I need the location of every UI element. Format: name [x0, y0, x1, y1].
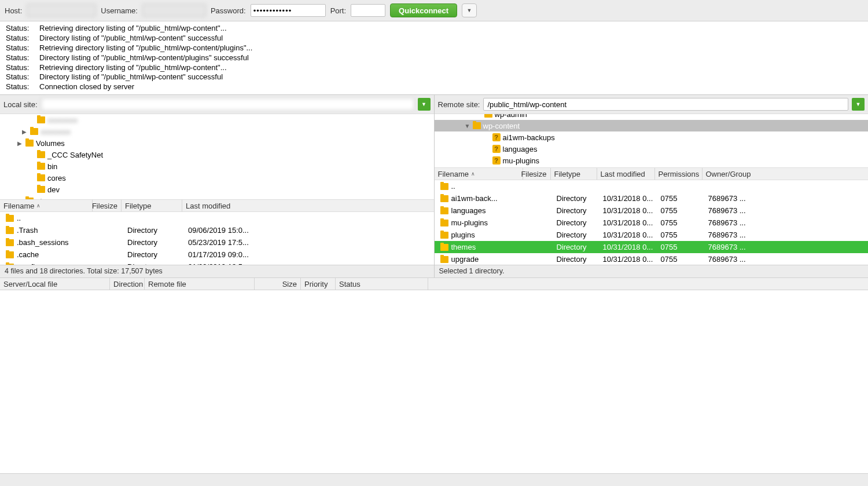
chevron-down-icon: ▼ [421, 101, 426, 107]
remote-tree[interactable]: wp-admin▼wp-content?ai1wm-backups?langua… [435, 114, 869, 167]
list-item[interactable]: pluginsDirectory10/31/2018 0...075576896… [435, 229, 869, 241]
local-site-dropdown[interactable]: ▼ [418, 98, 431, 111]
quickconnect-button[interactable]: Quickconnect [390, 3, 457, 17]
hdr-filetype[interactable]: Filetype [551, 168, 597, 180]
hdr-filesize[interactable]: Filesize [93, 200, 122, 211]
folder-icon [37, 186, 45, 193]
filename: mu-plugins [451, 218, 488, 227]
transfer-queue[interactable] [0, 290, 868, 473]
permissions: 0755 [657, 218, 705, 227]
tree-item[interactable]: bin [0, 160, 434, 172]
host-input[interactable] [27, 4, 96, 17]
tree-label: xxxxxxxx [41, 127, 71, 136]
tree-item[interactable]: ?languages [435, 143, 869, 155]
permissions: 0755 [657, 206, 705, 215]
remote-site-dropdown[interactable]: ▼ [852, 98, 865, 111]
list-item[interactable]: .. [0, 212, 434, 224]
folder-icon [440, 183, 448, 190]
tree-item[interactable]: dev [0, 184, 434, 195]
tree-label: ai1wm-backups [503, 133, 555, 142]
local-status: 4 files and 18 directories. Total size: … [0, 265, 434, 277]
hdr-filename[interactable]: Filename∧ [0, 200, 93, 211]
username-label: Username: [101, 6, 138, 15]
tree-item[interactable]: ?mu-plugins [435, 155, 869, 166]
owner: 7689673 ... [705, 206, 757, 215]
expand-icon[interactable]: ▶ [17, 140, 23, 147]
hdr-permissions[interactable]: Permissions [655, 168, 703, 180]
tree-item[interactable]: ▶Volumes [0, 137, 434, 149]
list-item[interactable]: .TrashDirectory09/06/2019 15:0... [0, 224, 434, 236]
folder-icon [37, 163, 45, 170]
password-input[interactable] [251, 4, 326, 17]
quickconnect-dropdown[interactable]: ▼ [462, 3, 477, 17]
queue-hdr-col[interactable]: Remote file [145, 278, 255, 290]
remote-file-list[interactable]: ..ai1wm-back...Directory10/31/2018 0...0… [435, 180, 869, 265]
remote-site-input[interactable] [483, 98, 848, 111]
hdr-owner[interactable]: Owner/Group [703, 168, 869, 180]
owner: 7689673 ... [705, 255, 757, 264]
filetype: Directory [124, 226, 185, 235]
queue-hdr-col[interactable]: Direction [110, 278, 145, 290]
filename: upgrade [451, 255, 479, 264]
tree-item[interactable]: ▶xxxxxxxx [0, 126, 434, 137]
tree-item[interactable]: _CCC SafetyNet [0, 149, 434, 160]
tree-item[interactable]: cores [0, 172, 434, 184]
folder-icon [484, 114, 492, 118]
port-input[interactable] [351, 4, 385, 17]
list-item[interactable]: .bash_sessionsDirectory05/23/2019 17:5..… [0, 236, 434, 249]
transfer-queue-header[interactable]: Server/Local fileDirectionRemote fileSiz… [0, 277, 868, 290]
username-input[interactable] [142, 4, 206, 17]
expand-icon[interactable]: ▶ [22, 129, 28, 135]
permissions: 0755 [657, 243, 705, 251]
hdr-modified[interactable]: Last modified [597, 168, 655, 180]
tree-label: dev [47, 185, 60, 194]
hdr-modified[interactable]: Last modified [182, 200, 434, 211]
list-item[interactable]: .cacheDirectory01/17/2019 09:0... [0, 249, 434, 261]
tree-item[interactable]: xxxxxxxx [0, 114, 434, 126]
expand-icon[interactable]: ▼ [465, 123, 470, 129]
queue-hdr-col[interactable]: Size [255, 278, 301, 290]
folder-icon [440, 256, 448, 263]
folder-icon [6, 264, 14, 265]
local-site-label: Local site: [3, 100, 38, 109]
list-item[interactable]: upgradeDirectory10/31/2018 0...075576896… [435, 253, 869, 265]
hdr-filesize[interactable]: Filesize [523, 168, 551, 180]
local-file-list[interactable]: ...TrashDirectory09/06/2019 15:0....bash… [0, 212, 434, 265]
remote-site-label: Remote site: [438, 100, 480, 109]
local-list-header[interactable]: Filename∧ Filesize Filetype Last modifie… [0, 199, 434, 212]
tree-item[interactable]: wp-admin [435, 114, 869, 120]
unknown-folder-icon: ? [492, 133, 501, 141]
list-item[interactable]: themesDirectory10/31/2018 0...0755768967… [435, 241, 869, 253]
list-item[interactable]: .configDirectory01/29/2019 13:5... [0, 261, 434, 265]
modified: 10/31/2018 0... [599, 231, 657, 239]
queue-hdr-col[interactable]: Priority [301, 278, 336, 290]
modified: 10/31/2018 0... [599, 194, 657, 203]
tree-label: Volumes [36, 139, 65, 148]
list-item[interactable]: languagesDirectory10/31/2018 0...0755768… [435, 204, 869, 217]
owner: 7689673 ... [705, 218, 757, 227]
folder-icon [37, 151, 45, 158]
tree-item[interactable]: ?ai1wm-backups [435, 131, 869, 143]
modified: 10/31/2018 0... [599, 218, 657, 227]
list-item[interactable]: ai1wm-back...Directory10/31/2018 0...075… [435, 192, 869, 204]
tree-item[interactable]: ▶etc [0, 195, 434, 199]
local-tree[interactable]: xxxxxxxx▶xxxxxxxx▶Volumes_CCC SafetyNetb… [0, 114, 434, 199]
local-site-input[interactable] [41, 98, 414, 111]
list-item[interactable]: mu-pluginsDirectory10/31/2018 0...075576… [435, 217, 869, 229]
remote-list-header[interactable]: Filename∧ Filesize Filetype Last modifie… [435, 167, 869, 180]
queue-hdr-col[interactable]: Server/Local file [0, 278, 110, 290]
folder-icon [440, 220, 448, 226]
folder-icon [25, 198, 34, 199]
tree-item[interactable]: ▼wp-content [435, 120, 869, 131]
hdr-filename[interactable]: Filename∧ [435, 168, 523, 180]
queue-hdr-col[interactable]: Status [336, 278, 428, 290]
tree-label: wp-admin [495, 114, 527, 119]
permissions: 0755 [657, 255, 705, 264]
unknown-folder-icon: ? [492, 156, 501, 165]
list-item[interactable]: .. [435, 180, 869, 192]
local-site-bar: Local site: ▼ [0, 95, 434, 114]
filetype: Directory [124, 238, 185, 247]
hdr-filetype[interactable]: Filetype [122, 200, 182, 211]
modified: 09/06/2019 15:0... [185, 226, 300, 235]
filetype: Directory [553, 243, 599, 251]
